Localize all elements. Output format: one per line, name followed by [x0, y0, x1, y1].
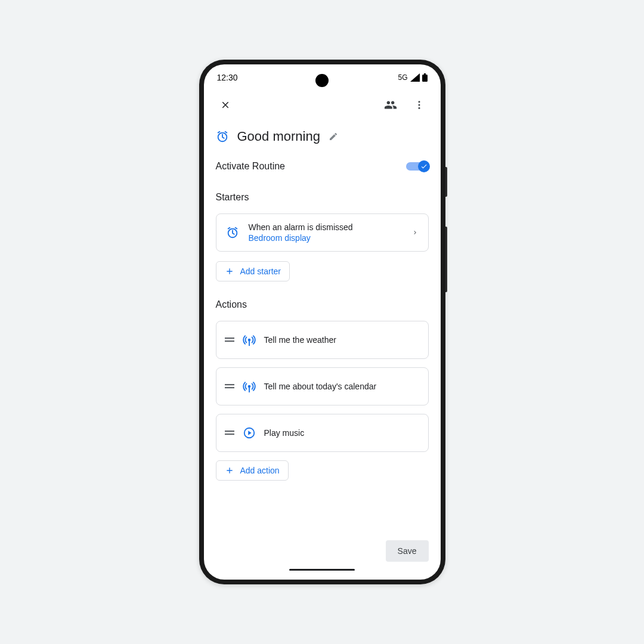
bottom-bar: Save [204, 533, 441, 569]
app-bar [204, 91, 441, 119]
plus-icon [225, 267, 234, 276]
starters-section-label: Starters [216, 192, 429, 203]
plus-icon [225, 466, 234, 475]
check-icon [420, 163, 428, 170]
nav-handle[interactable] [289, 569, 355, 571]
svg-point-3 [418, 104, 420, 106]
phone-frame: 12:30 5G [199, 60, 445, 584]
phone-side-button [445, 227, 447, 292]
people-icon [384, 98, 397, 112]
alarm-icon [216, 130, 229, 143]
action-label: Tell me about today's calendar [264, 382, 377, 391]
svg-rect-0 [422, 75, 428, 82]
activate-routine-row: Activate Routine [216, 160, 429, 173]
starter-title: When an alarm is dismissed [249, 222, 402, 232]
close-button[interactable] [213, 93, 237, 117]
add-action-label: Add action [240, 466, 280, 475]
battery-icon [422, 73, 428, 82]
svg-rect-1 [424, 73, 426, 75]
svg-rect-15 [225, 431, 234, 432]
svg-rect-12 [225, 387, 234, 388]
starter-subtitle: Bedroom display [249, 233, 402, 243]
status-right: 5G [398, 73, 427, 82]
svg-rect-14 [249, 388, 250, 392]
title-row: Good morning [216, 129, 429, 144]
action-label: Tell me the weather [264, 335, 336, 345]
chevron-right-icon [411, 229, 419, 236]
share-people-button[interactable] [379, 93, 402, 117]
svg-rect-11 [225, 384, 234, 385]
svg-point-4 [418, 107, 420, 109]
action-label: Play music [264, 428, 305, 438]
svg-rect-8 [225, 340, 234, 342]
close-icon [220, 100, 231, 110]
page-title: Good morning [237, 129, 320, 144]
activate-label: Activate Routine [216, 161, 286, 172]
action-item[interactable]: Play music [216, 414, 429, 452]
svg-rect-16 [225, 434, 234, 435]
status-time: 12:30 [217, 73, 238, 82]
svg-rect-10 [249, 341, 250, 346]
broadcast-icon [243, 333, 256, 346]
content: Good morning Activate Routine Starters [204, 119, 441, 533]
svg-point-2 [418, 101, 420, 103]
network-label: 5G [398, 73, 407, 82]
svg-point-9 [247, 339, 250, 342]
phone-side-button [445, 167, 447, 197]
more-vert-icon [414, 100, 425, 110]
action-item[interactable]: Tell me the weather [216, 321, 429, 359]
action-item[interactable]: Tell me about today's calendar [216, 367, 429, 405]
drag-handle-icon[interactable] [225, 337, 234, 343]
starter-item[interactable]: When an alarm is dismissed Bedroom displ… [216, 213, 429, 252]
actions-section-label: Actions [216, 299, 429, 310]
signal-icon [410, 73, 420, 82]
drag-handle-icon[interactable] [225, 430, 234, 436]
overflow-menu-button[interactable] [407, 93, 431, 117]
camera-notch [315, 74, 329, 87]
drag-handle-icon[interactable] [225, 383, 234, 389]
save-button[interactable]: Save [386, 540, 429, 562]
activate-toggle[interactable] [406, 160, 429, 173]
add-starter-label: Add starter [240, 267, 281, 276]
svg-point-13 [247, 385, 250, 388]
svg-rect-7 [225, 338, 234, 339]
nav-bar [204, 569, 441, 580]
edit-icon[interactable] [329, 132, 338, 141]
screen: 12:30 5G [204, 64, 441, 580]
play-circle-icon [243, 426, 256, 439]
add-starter-button[interactable]: Add starter [216, 261, 290, 281]
add-action-button[interactable]: Add action [216, 460, 289, 481]
broadcast-icon [243, 380, 256, 393]
alarm-icon [226, 226, 239, 239]
